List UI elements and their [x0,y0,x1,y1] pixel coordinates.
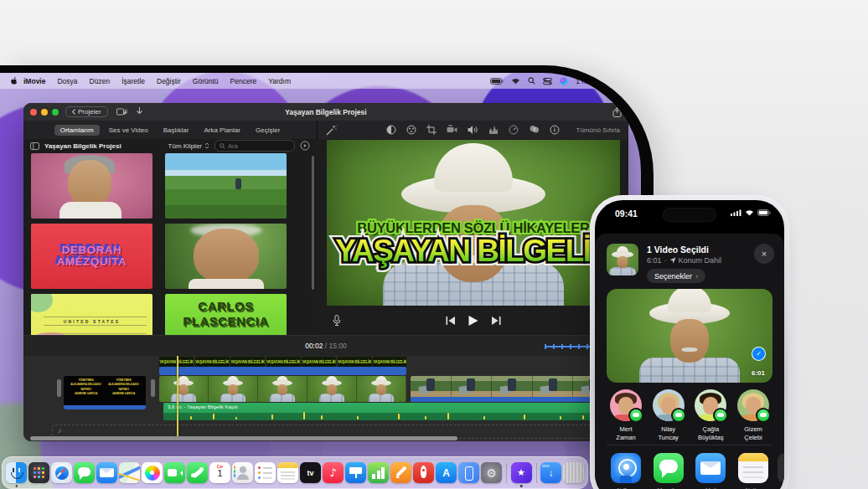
clip-thumbnail-title-carlos[interactable]: CARLOS PLASCENCIA [165,294,287,335]
pages-app-icon[interactable] [390,462,411,483]
title-clip-segment[interactable]: YAŞAYAN BİLGELİK [302,357,336,367]
clip-play-filter-icon[interactable] [300,141,310,151]
menu-pencere[interactable]: Pencere [225,77,263,85]
zoom-window-button[interactable] [52,109,59,116]
title-clip-segment[interactable]: YAŞAYAN BİLGELİK [266,357,301,367]
previous-frame-icon[interactable] [447,317,456,325]
dock-item-keynote[interactable] [345,462,366,483]
share-app-messages[interactable]: Mesajlar [648,453,689,489]
clip-trim-handle[interactable] [151,379,155,397]
trash-app-icon[interactable] [563,462,584,483]
selection-checkmark[interactable]: ✓ [752,347,766,361]
airdrop-contact-gizem[interactable]: GizemÇelebi [733,389,773,443]
clip-filter-icon[interactable] [529,125,540,135]
control-center-icon[interactable] [543,78,552,85]
audio-clip[interactable]: 3,6 sn. - Yaşayan Bilgelik Kaydı [163,403,614,420]
settings-app-icon[interactable]: ⚙ [481,462,502,483]
tab-arka-planlar[interactable]: Arka Planlar [198,125,246,136]
dock-item-pages[interactable] [390,462,411,483]
calendar-app-icon[interactable]: Çar1 [209,462,230,483]
title-clip-bar[interactable] [159,367,406,375]
media-import-icon[interactable] [116,108,127,116]
selected-video-preview[interactable]: ✓ 6:01 [607,289,772,383]
facetime-app-icon[interactable] [164,462,185,483]
notes-icon[interactable] [738,453,768,483]
menu-değiştir[interactable]: Değiştir [151,77,187,85]
menu-i̇şaretle[interactable]: İşaretle [116,77,151,85]
search-input[interactable]: Ara [214,140,295,152]
dock-item-finder[interactable] [6,462,27,483]
maps-app-icon[interactable] [119,462,140,483]
menu-bar-time[interactable]: 09:41 [613,77,631,85]
dock-item-reminders[interactable] [255,462,276,483]
phone-app-icon[interactable] [187,462,208,483]
clip-thumbnail-portrait-pink[interactable] [31,153,152,219]
finder-app-icon[interactable] [6,462,27,483]
video-clip-interview[interactable] [159,376,406,402]
siri-icon[interactable] [560,77,568,85]
stabilization-camera-icon[interactable] [447,125,457,135]
sidebar-toggle-icon[interactable] [30,142,39,150]
tab-başlıklar[interactable]: Başlıklar [158,125,195,136]
color-correction-palette-icon[interactable] [406,125,416,135]
dock-item-contacts[interactable] [232,462,253,483]
iphone-mirroring-app-icon[interactable] [458,462,479,483]
dock-item-photos[interactable] [142,462,163,483]
dock-item-music[interactable]: ♪ [323,462,344,483]
dock-item-downloads[interactable]: ↓ [540,462,561,483]
minimize-window-button[interactable] [41,109,48,116]
share-app-partial-icon[interactable] [778,453,784,483]
timeline-playhead[interactable] [177,356,178,438]
browser-scrollbar[interactable] [312,156,314,290]
volume-icon[interactable] [468,125,478,135]
dock-item-calendar[interactable]: Çar1 [209,462,230,483]
close-share-sheet-button[interactable]: × [754,244,774,264]
video-clip-farm[interactable] [411,376,614,402]
notes-app-icon[interactable] [277,462,298,483]
dock-item-phone[interactable] [187,462,208,483]
dock-item-messages[interactable] [74,462,95,483]
share-app-airdrop[interactable]: AirDrop [606,453,646,489]
messages-icon[interactable] [654,453,684,483]
tab-geçişler[interactable]: Geçişler [250,125,286,136]
menu-düzen[interactable]: Düzen [84,77,116,85]
apple-menu-icon[interactable] [10,76,18,85]
menu-dosya[interactable]: Dosya [51,77,83,85]
title-clip-segment[interactable]: YAŞAYAN BİLGELİK [230,357,265,367]
rocket-app-icon[interactable] [413,462,434,483]
tv-app-icon[interactable]: tv [300,462,321,483]
clip-thumbnail-portrait-closeup[interactable] [165,224,287,289]
contacts-app-icon[interactable] [232,462,253,483]
dock-item-facetime[interactable] [164,462,185,483]
keynote-app-icon[interactable] [345,462,366,483]
window-titlebar[interactable]: Projeler Yaşayan Bilgelik Projesi [23,103,628,121]
appstore-app-icon[interactable]: A [436,462,457,483]
music-app-icon[interactable]: ♪ [323,462,344,483]
dock-item-settings[interactable]: ⚙ [481,462,502,483]
enhance-magic-wand-icon[interactable] [326,125,337,136]
tab-ses-ve-video[interactable]: Ses ve Video [103,125,154,136]
dock-item-imovie[interactable]: ★ [511,462,532,483]
download-arrow-icon[interactable] [136,107,143,116]
dock-item-mail[interactable] [96,462,117,483]
downloads-app-icon[interactable]: ↓ [540,462,561,483]
numbers-app-icon[interactable] [368,462,389,483]
share-app-notes[interactable]: Notlar [733,453,773,489]
launchpad-app-icon[interactable] [28,462,49,483]
speed-icon[interactable] [509,125,519,135]
dock-item-safari[interactable] [51,462,72,483]
video-preview[interactable]: BÜYÜKLERDEN SÖZLÜ HİKAYELER BÜYÜKLERDEN … [327,140,620,306]
title-clip-track[interactable]: YAŞAYAN BİLGELİKYAŞAYAN BİLGELİKYAŞAYAN … [159,357,406,367]
title-clip-segment[interactable]: YAŞAYAN BİLGELİK [338,357,372,367]
voiceover-mic-icon[interactable] [333,315,341,326]
dock-item-trash[interactable] [563,462,584,483]
menu-yardım[interactable]: Yardım [262,77,297,85]
reset-all-button[interactable]: Tümünü Sıfırla [576,126,620,134]
reminders-app-icon[interactable] [255,462,276,483]
photos-app-icon[interactable] [142,462,163,483]
airdrop-icon[interactable] [611,453,641,483]
safari-app-icon[interactable] [51,462,72,483]
options-button[interactable]: Seçenekler › [647,269,705,283]
clip-filter-dropdown[interactable]: Tüm Klipler [168,142,209,150]
mail-icon[interactable] [695,453,726,483]
